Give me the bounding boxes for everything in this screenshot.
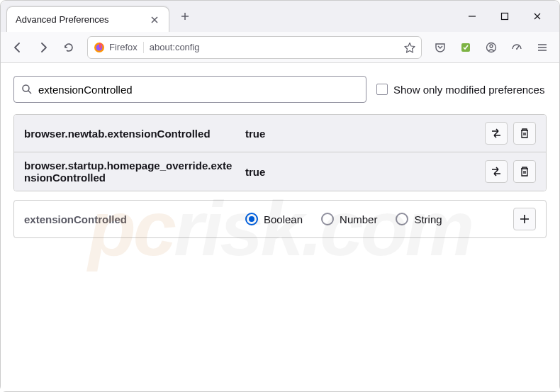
- svg-rect-0: [502, 13, 508, 20]
- tabs-area: Advanced Preferences: [1, 1, 456, 32]
- radio-label: Boolean: [264, 213, 303, 225]
- pref-value: true: [245, 166, 476, 178]
- window-controls: [456, 1, 559, 32]
- titlebar: Advanced Preferences: [1, 1, 559, 32]
- delete-button[interactable]: [513, 160, 536, 183]
- extension-icon[interactable]: [454, 36, 477, 59]
- dashboard-button[interactable]: [505, 36, 528, 59]
- modified-only-checkbox[interactable]: Show only modified preferences: [376, 84, 544, 96]
- add-pref-name: extensionControlled: [24, 213, 237, 225]
- url-bar[interactable]: Firefox about:config: [87, 36, 422, 59]
- radio-icon: [245, 213, 258, 225]
- pref-name: browser.newtab.extensionControlled: [24, 128, 237, 140]
- pref-name: browser.startup.homepage_override.extens…: [24, 159, 237, 184]
- back-button[interactable]: [6, 36, 29, 59]
- identity-box[interactable]: Firefox: [94, 42, 144, 53]
- forward-button[interactable]: [32, 36, 55, 59]
- radio-label: String: [414, 213, 442, 225]
- add-pref-section: extensionControlled Boolean Number Strin…: [13, 200, 547, 238]
- checkbox-icon: [376, 84, 388, 95]
- search-input[interactable]: [38, 84, 359, 96]
- add-pref-row: extensionControlled Boolean Number Strin…: [14, 201, 546, 237]
- radio-number[interactable]: Number: [321, 213, 377, 225]
- navigation-toolbar: Firefox about:config: [1, 32, 559, 63]
- account-button[interactable]: [480, 36, 503, 59]
- new-tab-button[interactable]: [175, 6, 195, 26]
- close-window-button[interactable]: [521, 1, 554, 32]
- pref-value: true: [245, 128, 476, 140]
- radio-boolean[interactable]: Boolean: [245, 213, 303, 225]
- pocket-button[interactable]: [429, 36, 452, 59]
- radio-label: Number: [340, 213, 377, 225]
- pref-actions: [485, 122, 536, 145]
- pref-actions: [485, 160, 536, 183]
- bookmark-star-icon[interactable]: [404, 42, 415, 53]
- add-button[interactable]: [513, 208, 536, 230]
- search-box[interactable]: [13, 76, 366, 103]
- toggle-button[interactable]: [485, 122, 508, 145]
- svg-point-5: [490, 45, 493, 47]
- search-icon: [21, 84, 33, 95]
- pref-row: browser.startup.homepage_override.extens…: [14, 152, 546, 191]
- firefox-logo-icon: [94, 42, 105, 53]
- reload-button[interactable]: [57, 36, 80, 59]
- identity-label: Firefox: [109, 42, 138, 52]
- minimize-button[interactable]: [456, 1, 488, 32]
- svg-point-7: [23, 85, 29, 91]
- toggle-button[interactable]: [485, 160, 508, 183]
- modified-only-label: Show only modified preferences: [393, 84, 544, 96]
- close-icon[interactable]: [149, 14, 160, 26]
- preferences-table: browser.newtab.extensionControlled true …: [13, 114, 547, 191]
- page-content: Show only modified preferences browser.n…: [1, 63, 559, 391]
- delete-button[interactable]: [513, 122, 536, 145]
- radio-icon: [396, 213, 408, 225]
- url-text: about:config: [150, 42, 398, 52]
- search-row: Show only modified preferences: [13, 76, 547, 103]
- maximize-button[interactable]: [488, 1, 521, 32]
- menu-button[interactable]: [531, 36, 554, 59]
- radio-string[interactable]: String: [396, 213, 442, 225]
- tab-title: Advanced Preferences: [16, 14, 109, 25]
- browser-tab[interactable]: Advanced Preferences: [6, 6, 169, 32]
- pref-row: browser.newtab.extensionControlled true: [14, 115, 546, 152]
- browser-window: Advanced Preferences: [0, 0, 560, 392]
- type-options: Boolean Number String: [245, 213, 505, 225]
- radio-icon: [321, 213, 334, 225]
- svg-point-6: [516, 48, 517, 50]
